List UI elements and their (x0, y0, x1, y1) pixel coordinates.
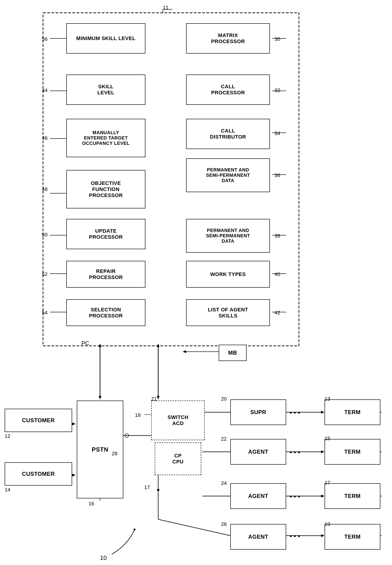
svg-marker-34 (157, 489, 160, 492)
box-manually-entered: MANUALLYENTERED TARGETOCCUPANCY LEVEL (66, 119, 145, 157)
svg-line-50 (158, 519, 230, 536)
svg-marker-20 (99, 343, 101, 347)
ref-48: 48 (42, 186, 47, 192)
box-term2: TERM (324, 439, 380, 465)
svg-marker-23 (157, 343, 160, 347)
svg-marker-30 (72, 474, 76, 476)
box-term4: TERM (324, 524, 380, 550)
dots-agent1-term: • • • (290, 448, 300, 456)
ref-38: 38 (275, 233, 280, 239)
box-skill-level: SKILLLEVEL (66, 74, 145, 105)
box-call-distributor: CALLDISTRIBUTOR (186, 119, 270, 149)
ref-26: 26 (221, 521, 227, 527)
box-agent1: AGENT (230, 439, 286, 465)
box-term1: TERM (324, 400, 380, 425)
ref-44: 44 (42, 87, 47, 93)
box-perm-semi2: PERMANENT ANDSEMI-PERMANENTDATA (186, 219, 270, 253)
ref-52: 52 (42, 271, 47, 277)
ref-56: 56 (42, 36, 47, 42)
box-switch-acd: SWITCHACD (151, 401, 205, 440)
box-agent3: AGENT (230, 524, 286, 550)
dots-supr-term: • • • (290, 409, 300, 416)
box-customer1: CUSTOMER (5, 409, 72, 432)
box-work-types: WORK TYPES (186, 261, 270, 288)
svg-marker-48 (321, 534, 324, 537)
svg-marker-24 (157, 396, 160, 400)
ref-46: 46 (42, 135, 47, 141)
box-cp-cpu: CPCPU (155, 443, 201, 475)
ref-13: 13 (324, 396, 330, 402)
ref-17b: 17 (324, 480, 330, 486)
svg-marker-38 (321, 411, 324, 414)
box-matrix-processor: MATRIXPROCESSOR (186, 23, 270, 54)
ref-32: 32 (275, 87, 280, 93)
box-objective-function: OBJECTIVEFUNCTIONPROCESSOR (66, 170, 145, 208)
ref-50: 50 (42, 232, 47, 238)
svg-marker-21 (99, 396, 101, 400)
box-minimum-skill-level: MINIMUM SKILL LEVEL (66, 23, 145, 54)
dots-agent2-term: • • • (290, 493, 300, 500)
box-list-agent-skills: LIST OF AGENTSKILLS (186, 299, 270, 326)
box-call-processor: CALLPROCESSOR (186, 74, 270, 105)
ref-28: 28 (112, 451, 117, 457)
ref-22: 22 (221, 436, 227, 442)
ref-20: 20 (221, 396, 227, 402)
ref-19: 19 (324, 521, 330, 527)
ref-21: 21 (151, 396, 157, 402)
svg-marker-27 (72, 422, 76, 425)
box-repair-processor: REPAIRPROCESSOR (66, 261, 145, 288)
ref-12: 12 (5, 433, 10, 439)
box-mb: MB (219, 345, 247, 361)
box-supr: SUPR (230, 400, 286, 425)
ref-54: 54 (42, 310, 47, 316)
svg-marker-18 (183, 350, 186, 353)
svg-marker-62 (134, 528, 136, 531)
box-term3: TERM (324, 483, 380, 509)
svg-marker-42 (321, 450, 324, 453)
ref-16: 16 (88, 501, 94, 507)
ref-14: 14 (5, 487, 10, 493)
svg-point-32 (125, 434, 129, 437)
box-agent2: AGENT (230, 483, 286, 509)
box-customer2: CUSTOMER (5, 462, 72, 486)
ref-40: 40 (275, 271, 280, 277)
dots-agent3-term: • • • (290, 532, 300, 540)
ref-10: 10 (100, 554, 107, 562)
box-selection-processor: SELECTIONPROCESSOR (66, 299, 145, 326)
diagram-container: 11 MINIMUM SKILL LEVEL 56 SKILLLEVEL 44 … (0, 0, 392, 565)
ref-42: 42 (275, 310, 280, 316)
pc-label: PC (82, 340, 89, 346)
ref-18: 18 (135, 412, 140, 418)
ref-24: 24 (221, 480, 227, 486)
ref-11: 11 (163, 5, 168, 11)
ref-34: 34 (275, 130, 280, 136)
box-update-processor: UPDATEPROCESSOR (66, 219, 145, 249)
ref-15: 15 (324, 435, 330, 442)
svg-marker-46 (321, 495, 324, 497)
box-perm-semi1: PERMANENT ANDSEMI-PERMANENTDATA (186, 158, 270, 192)
ref-30: 30 (275, 36, 280, 42)
box-pstn: PSTN (77, 401, 123, 498)
ref-36: 36 (275, 172, 280, 178)
ref-17: 17 (144, 484, 150, 491)
